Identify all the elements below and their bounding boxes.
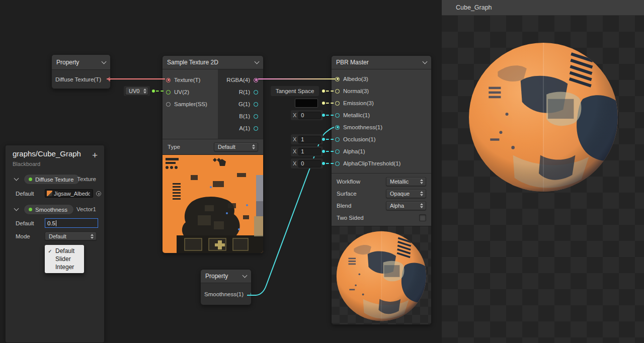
node-header[interactable]: Property bbox=[201, 270, 251, 283]
output-label: B(1) bbox=[239, 113, 250, 119]
input-label: UV(2) bbox=[174, 89, 189, 95]
stub-dot bbox=[322, 90, 325, 93]
property-type: Texture bbox=[77, 176, 96, 182]
output-port-r[interactable] bbox=[254, 90, 258, 95]
type-dropdown[interactable]: Default bbox=[214, 142, 258, 151]
menu-item-integer[interactable]: Integer bbox=[45, 263, 84, 271]
node-header[interactable]: PBR Master bbox=[332, 56, 431, 69]
two-sided-checkbox[interactable] bbox=[419, 214, 426, 221]
stub-dot bbox=[322, 138, 325, 141]
blend-label: Blend bbox=[337, 203, 351, 209]
property-pill-smoothness[interactable]: Smoothness bbox=[24, 204, 74, 215]
mode-dropdown[interactable]: Default bbox=[45, 232, 97, 240]
property-node-smoothness[interactable]: Property Smoothness(1) bbox=[200, 269, 252, 305]
texture-object-field[interactable]: Jigsaw_Albedo bbox=[45, 189, 93, 198]
uv-channel-widget: UV0 bbox=[124, 86, 150, 96]
workflow-label: Workflow bbox=[337, 179, 360, 185]
input-port-metallic[interactable] bbox=[335, 113, 340, 118]
input-port-occlusion[interactable] bbox=[335, 137, 340, 142]
uv-channel-dropdown[interactable]: UV0 bbox=[125, 87, 148, 95]
stub-dot bbox=[152, 90, 155, 93]
surface-dropdown[interactable]: Opaque bbox=[386, 189, 426, 198]
alphaclip-value-input[interactable]: 0 bbox=[298, 160, 321, 167]
node-title: Property bbox=[205, 273, 228, 280]
node-header[interactable]: Sample Texture 2D bbox=[163, 56, 263, 69]
stub-dash bbox=[326, 91, 334, 92]
output-port-b[interactable] bbox=[254, 114, 258, 119]
x-label: X bbox=[293, 112, 296, 118]
property-pill-diffuse-texture[interactable]: Diffuse Texture bbox=[24, 174, 80, 185]
shader-graph-editor: { "icons": { "plus": "+", "check": "✓" }… bbox=[0, 0, 644, 343]
output-label: A(1) bbox=[239, 125, 250, 131]
output-port-smoothness[interactable] bbox=[251, 292, 252, 296]
output-port-diffuse-texture[interactable] bbox=[108, 77, 111, 81]
preview-panel-header[interactable]: Cube_Graph bbox=[442, 0, 644, 16]
emission-color-swatch[interactable] bbox=[295, 99, 318, 108]
workflow-dropdown[interactable]: Metallic bbox=[386, 177, 426, 186]
pbr-master-node[interactable]: PBR Master Albedo(3) Normal(3) Emission(… bbox=[331, 55, 432, 325]
sample-texture-2d-node[interactable]: Sample Texture 2D Texture(T) UV(2) Sampl… bbox=[162, 55, 264, 253]
input-ports: Albedo(3) Normal(3) Emission(3) Metallic… bbox=[332, 69, 431, 173]
master-preview-panel: Cube_Graph bbox=[442, 0, 644, 343]
input-label: Albedo(3) bbox=[343, 76, 368, 82]
input-port-texture[interactable] bbox=[166, 78, 171, 82]
normal-space-widget[interactable]: Tangent Space bbox=[271, 86, 319, 96]
chevron-down-icon[interactable] bbox=[255, 59, 260, 64]
blend-dropdown[interactable]: Alpha bbox=[386, 201, 426, 210]
mode-label: Mode bbox=[16, 233, 30, 239]
input-port-sampler[interactable] bbox=[166, 102, 171, 107]
mode-dropdown-menu: ✓ Default Slider Integer bbox=[45, 245, 84, 273]
input-port-alpha[interactable] bbox=[335, 149, 340, 154]
blackboard-panel[interactable]: graphs/Cube_Graph + Blackboard Diffuse T… bbox=[5, 145, 105, 343]
alphaclip-value-widget: X 0 bbox=[291, 158, 323, 168]
stub-dash bbox=[326, 103, 334, 104]
texture-thumbnail-icon bbox=[47, 191, 52, 196]
property-node-diffuse-texture[interactable]: Property Diffuse Texture(T) bbox=[51, 54, 111, 89]
smoothness-default-input[interactable]: 0.5 bbox=[45, 218, 98, 228]
chevron-down-icon[interactable] bbox=[243, 273, 248, 278]
input-port-normal[interactable] bbox=[335, 89, 340, 94]
chevron-down-icon[interactable] bbox=[102, 59, 107, 64]
output-port-a[interactable] bbox=[254, 126, 258, 131]
preview-panel-title: Cube_Graph bbox=[456, 4, 492, 11]
stub-dash bbox=[156, 91, 164, 92]
dropdown-arrows-icon bbox=[88, 234, 94, 239]
node-settings: Workflow Metallic Surface Opaque Blend A… bbox=[332, 173, 431, 226]
add-property-button[interactable]: + bbox=[92, 150, 98, 160]
surface-label: Surface bbox=[337, 191, 357, 197]
node-title: Property bbox=[56, 59, 79, 66]
chevron-down-icon[interactable] bbox=[423, 59, 428, 64]
x-label: X bbox=[293, 160, 296, 166]
node-title: PBR Master bbox=[336, 59, 369, 66]
text-cursor bbox=[56, 220, 56, 226]
object-picker-icon[interactable] bbox=[96, 191, 101, 196]
occlusion-value-input[interactable]: 1 bbox=[298, 136, 321, 143]
blackboard-title: graphs/Cube_Graph bbox=[13, 149, 81, 158]
default-label: Default bbox=[16, 191, 34, 197]
dropdown-arrows-icon bbox=[417, 191, 423, 196]
alpha-value-input[interactable]: 1 bbox=[298, 148, 321, 155]
metallic-value-widget: X 0 bbox=[291, 110, 323, 120]
output-port-rgba[interactable] bbox=[254, 78, 258, 82]
stub-dash bbox=[326, 163, 334, 164]
metallic-value-input[interactable]: 0 bbox=[298, 112, 321, 119]
dropdown-arrows-icon bbox=[417, 179, 423, 184]
chevron-down-icon[interactable] bbox=[14, 206, 19, 211]
output-label: Smoothness(1) bbox=[204, 291, 244, 297]
menu-item-slider[interactable]: Slider bbox=[45, 255, 84, 263]
node-header[interactable]: Property bbox=[52, 55, 110, 70]
chevron-down-icon[interactable] bbox=[14, 176, 19, 181]
menu-item-default[interactable]: ✓ Default bbox=[45, 247, 84, 255]
stub-dash bbox=[326, 115, 334, 116]
preview-sphere bbox=[467, 41, 619, 193]
input-port-alphaclipthreshold[interactable] bbox=[335, 161, 340, 166]
input-port-uv[interactable] bbox=[166, 90, 171, 95]
output-label: RGBA(4) bbox=[226, 77, 250, 83]
stub-dash bbox=[326, 139, 334, 140]
output-port-g[interactable] bbox=[254, 102, 258, 107]
input-port-albedo[interactable] bbox=[335, 77, 340, 81]
node-title: Sample Texture 2D bbox=[167, 59, 218, 66]
input-label: Texture(T) bbox=[174, 77, 200, 83]
input-port-emission[interactable] bbox=[335, 101, 340, 106]
input-port-smoothness[interactable] bbox=[335, 125, 340, 130]
